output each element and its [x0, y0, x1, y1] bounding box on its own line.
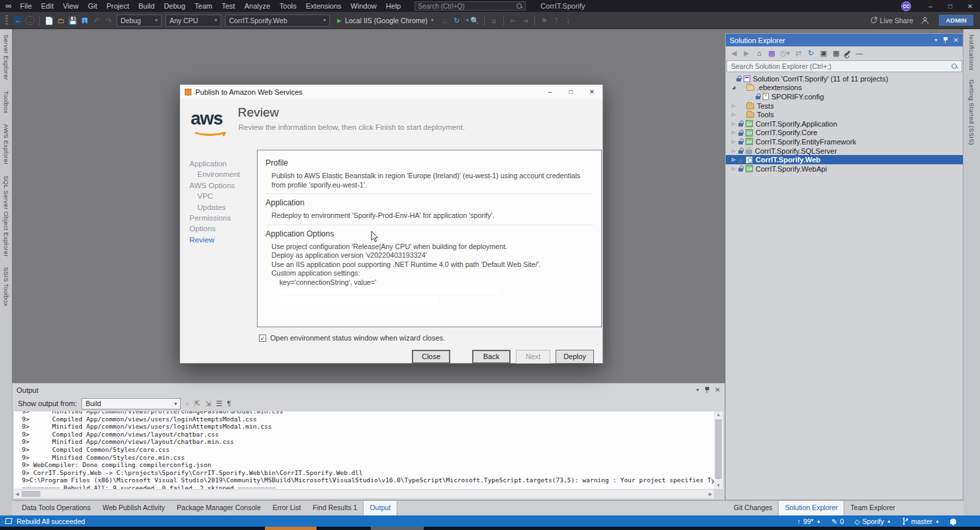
- configuration-dropdown[interactable]: Debug▾: [117, 15, 162, 26]
- home-icon[interactable]: ⌂: [489, 15, 499, 26]
- tree-item-sporify-config[interactable]: SPORIFY.config: [726, 92, 963, 101]
- pending-edits-button[interactable]: ✎ 0: [832, 517, 844, 525]
- menu-git[interactable]: Git: [83, 2, 102, 10]
- show-all-files-icon[interactable]: ▦: [832, 48, 840, 58]
- forward-icon[interactable]: →: [25, 16, 34, 25]
- panel-tab-package-manager-console[interactable]: Package Manager Console: [171, 501, 267, 515]
- scroll-up-icon[interactable]: ▲: [716, 411, 721, 418]
- menu-tools[interactable]: Tools: [275, 2, 301, 10]
- tree-item-ebextensions[interactable]: .ebextensions: [726, 83, 963, 93]
- unindent-icon[interactable]: ⇤: [508, 15, 518, 26]
- expander-closed-icon[interactable]: [731, 103, 736, 109]
- side-tab-getting-started-ssis[interactable]: Getting Started (SSIS): [968, 80, 975, 145]
- next-bookmark-icon[interactable]: ⤵: [563, 15, 573, 26]
- wizard-nav-options[interactable]: Options: [189, 223, 254, 234]
- repository-button[interactable]: ◇ Sporify ▲: [854, 517, 891, 525]
- browse-icon[interactable]: 🔍: [469, 15, 480, 26]
- open-status-window-checkbox[interactable]: ✓ Open environment status window when wi…: [259, 334, 445, 342]
- wizard-nav-permissions[interactable]: Permissions: [189, 213, 254, 223]
- menu-debug[interactable]: Debug: [159, 2, 189, 10]
- refresh-icon[interactable]: ↻: [807, 48, 815, 58]
- expander-closed-icon[interactable]: [731, 121, 736, 127]
- next-button[interactable]: Next: [516, 350, 550, 364]
- toolbar-grip[interactable]: [5, 15, 8, 26]
- account-avatar[interactable]: CC: [901, 1, 911, 11]
- branch-button[interactable]: master ▲: [902, 517, 940, 525]
- chevron-down-icon[interactable]: ▾: [697, 387, 699, 393]
- output-source-dropdown[interactable]: Build ▾: [81, 398, 181, 409]
- maximize-icon[interactable]: □: [940, 3, 960, 10]
- expander-closed-icon[interactable]: [731, 112, 736, 117]
- push-commits-button[interactable]: ↑ 99* ▲: [797, 517, 821, 525]
- panel-tab-error-list[interactable]: Error List: [267, 501, 307, 515]
- panel-tab-data-tools-operations[interactable]: Data Tools Operations: [16, 501, 97, 515]
- side-tab-aws-explorer[interactable]: AWS Explorer: [3, 124, 10, 165]
- find-message-icon[interactable]: ⌕: [185, 399, 189, 408]
- expander-open-icon[interactable]: [731, 85, 736, 90]
- tree-item-corrit-sporify-sqlserver[interactable]: CorrIT.Sporify.SQLServer: [726, 146, 963, 156]
- scrollbar-thumb[interactable]: [715, 419, 722, 479]
- previous-message-icon[interactable]: ⇱: [194, 399, 200, 408]
- deploy-button[interactable]: Deploy: [556, 350, 594, 364]
- pin-icon[interactable]: [705, 387, 710, 394]
- pin-icon[interactable]: [943, 37, 948, 44]
- wizard-nav-review[interactable]: Review: [189, 235, 254, 245]
- close-icon[interactable]: ✕: [960, 3, 980, 10]
- horizontal-scrollbar[interactable]: ◀ ▶: [14, 490, 714, 498]
- back-button[interactable]: Back: [472, 350, 511, 364]
- redo-icon[interactable]: ↷: [103, 15, 114, 26]
- wizard-nav-vpc[interactable]: VPC: [189, 191, 254, 201]
- expander-closed-icon[interactable]: [731, 130, 736, 135]
- live-share-button[interactable]: Live Share: [870, 17, 913, 25]
- menu-build[interactable]: Build: [134, 2, 159, 10]
- tree-item-solution-corrit-sporify-11-of-11-projects[interactable]: Solution 'CorrIT.Sporify' (11 of 11 proj…: [726, 74, 963, 83]
- panel-tab-solution-explorer[interactable]: Solution Explorer: [778, 501, 844, 515]
- tree-item-tests[interactable]: Tests: [726, 101, 963, 111]
- close-icon[interactable]: ✕: [581, 85, 603, 99]
- refresh-icon[interactable]: ↻: [452, 15, 462, 26]
- undo-icon[interactable]: ↶: [91, 15, 102, 26]
- panel-tab-git-changes[interactable]: Git Changes: [728, 501, 778, 515]
- menu-view[interactable]: View: [58, 2, 83, 10]
- bell-icon[interactable]: [950, 519, 956, 524]
- menu-project[interactable]: Project: [102, 2, 134, 10]
- back-icon[interactable]: ◀: [730, 48, 738, 58]
- menu-test[interactable]: Test: [217, 2, 240, 10]
- close-icon[interactable]: ✕: [715, 386, 720, 394]
- wizard-nav-application[interactable]: Application: [189, 158, 254, 169]
- preview-selected-icon[interactable]: —: [855, 48, 863, 58]
- scroll-left-icon[interactable]: ◀: [14, 492, 21, 497]
- side-tab-toolbox[interactable]: Toolbox: [3, 91, 10, 113]
- menu-window[interactable]: Window: [346, 2, 381, 10]
- menu-help[interactable]: Help: [381, 2, 406, 10]
- tree-item-tools[interactable]: Tools: [726, 110, 963, 119]
- menu-file[interactable]: File: [15, 2, 36, 10]
- scroll-down-icon[interactable]: ▼: [716, 482, 721, 489]
- wizard-nav-environment[interactable]: Environment: [189, 169, 254, 180]
- menu-extensions[interactable]: Extensions: [301, 2, 346, 10]
- open-folder-icon[interactable]: 🗀: [56, 15, 66, 26]
- admin-button[interactable]: ADMIN: [939, 15, 973, 26]
- side-tab-notifications[interactable]: Notifications: [968, 34, 975, 70]
- quick-search-box[interactable]: Search (Ctrl+Q): [415, 1, 526, 11]
- properties-wrench-icon[interactable]: [845, 50, 851, 56]
- bookmark-icon[interactable]: ⚑: [539, 15, 550, 26]
- expander-closed-icon[interactable]: [731, 157, 736, 162]
- side-tab-sql-server-object-explorer[interactable]: SQL Server Object Explorer: [3, 176, 10, 257]
- tree-item-corrit-sporify-core[interactable]: CorrIT.Sporify.Core: [726, 129, 963, 138]
- save-all-icon[interactable]: 🖪: [79, 15, 90, 26]
- pending-changes-filter-icon[interactable]: ◷▾: [780, 48, 790, 58]
- person-icon[interactable]: [921, 17, 930, 25]
- minimize-icon[interactable]: –: [539, 85, 560, 99]
- wizard-nav-updates[interactable]: Updates: [189, 202, 254, 213]
- minimize-icon[interactable]: –: [920, 3, 940, 10]
- home-icon[interactable]: ⌂: [755, 48, 763, 58]
- build-output-log[interactable]: 9> Minified App/common/views/profile/cha…: [14, 411, 714, 489]
- menu-team[interactable]: Team: [190, 2, 217, 10]
- tree-item-corrit-sporify-application[interactable]: CorrIT.Sporify.Application: [726, 119, 963, 129]
- panel-tab-team-explorer[interactable]: Team Explorer: [844, 501, 901, 515]
- close-button[interactable]: Close: [412, 350, 450, 364]
- clear-all-icon[interactable]: ☰: [216, 399, 222, 408]
- tree-item-corrit-sporify-web[interactable]: CorrIT.Sporify.Web: [726, 155, 963, 164]
- panel-tab-output[interactable]: Output: [363, 501, 397, 515]
